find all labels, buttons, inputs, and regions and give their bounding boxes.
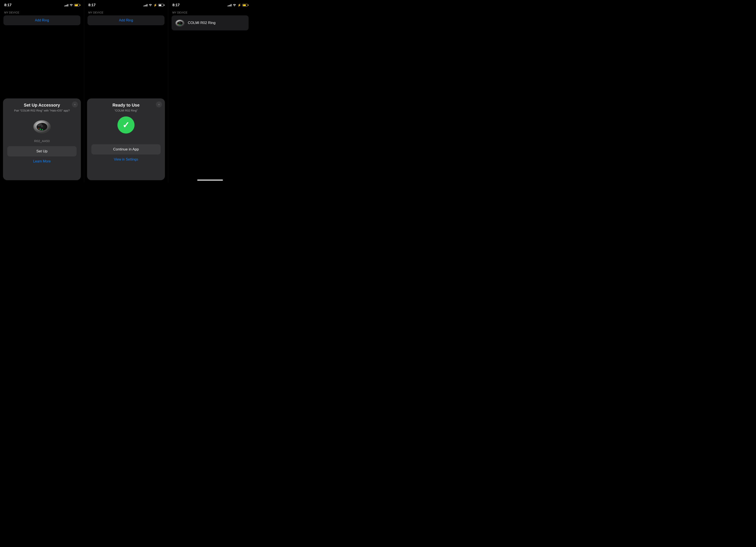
device-ring-icon	[175, 18, 185, 28]
svg-point-4	[38, 128, 39, 129]
ring-image-container	[7, 116, 77, 136]
modal-close-1[interactable]: ×	[72, 101, 78, 107]
svg-point-11	[178, 24, 179, 24]
signal-icon-3	[228, 4, 231, 6]
time-3: 8:17	[172, 3, 180, 7]
wifi-icon-2	[149, 3, 152, 7]
add-ring-button-1[interactable]: Add Ring	[3, 15, 80, 25]
home-indicator	[197, 179, 223, 181]
screen-2: 8:17 ⚡	[84, 0, 168, 182]
status-bar-3: 8:17 ⚡	[168, 0, 252, 9]
ready-modal-title: Ready to Use	[91, 103, 161, 108]
device-name: COLMI R02 Ring	[188, 21, 215, 25]
battery-icon-1: ⚡	[74, 4, 80, 6]
svg-point-12	[179, 22, 181, 23]
view-in-settings-link[interactable]: View in Settings	[91, 157, 161, 161]
screens-container: 8:17 ⚡	[0, 0, 252, 182]
modal-close-2[interactable]: ×	[156, 101, 162, 107]
ready-modal-subtitle: "COLMI R02 Ring"	[91, 109, 161, 112]
setup-modal-subtitle: Pair "COLMI R02 Ring" with "Halo-iOS" ap…	[7, 109, 77, 112]
signal-icon-2	[144, 4, 147, 6]
setup-modal: × Set Up Accessory Pair "COLMI R02 Ring"…	[3, 98, 81, 180]
bolt-icon-3: ⚡	[237, 3, 241, 7]
status-icons-3: ⚡	[228, 3, 248, 7]
screen-1: 8:17 ⚡	[0, 0, 84, 182]
wifi-icon-3	[233, 3, 236, 7]
my-device-section-2: MY DEVICE Add Ring	[84, 11, 168, 25]
svg-point-3	[42, 129, 43, 130]
screen-3: 8:17 ⚡	[168, 0, 252, 182]
wifi-icon-1	[70, 3, 73, 7]
device-id: R02_AA50	[7, 139, 77, 143]
svg-point-10	[180, 24, 181, 25]
ring-illustration	[31, 116, 53, 136]
device-item[interactable]: COLMI R02 Ring	[172, 15, 249, 30]
success-checkmark: ✓	[117, 116, 135, 133]
time-2: 8:17	[88, 3, 96, 7]
continue-in-app-button[interactable]: Continue in App	[91, 144, 161, 154]
svg-point-9	[179, 24, 179, 25]
svg-point-2	[40, 129, 41, 130]
my-device-label-1: MY DEVICE	[3, 11, 80, 14]
my-device-label-3: MY DEVICE	[172, 11, 249, 14]
my-device-section-3: MY DEVICE	[168, 11, 252, 30]
signal-icon-1	[64, 4, 68, 6]
my-device-section-1: MY DEVICE Add Ring	[0, 11, 84, 25]
checkmark-icon: ✓	[122, 120, 130, 130]
setup-button[interactable]: Set Up	[7, 146, 77, 156]
battery-icon-3	[242, 4, 248, 6]
battery-icon-2	[158, 4, 164, 6]
bolt-icon-2: ⚡	[153, 3, 157, 7]
setup-modal-title: Set Up Accessory	[7, 103, 77, 108]
status-icons-2: ⚡	[144, 3, 164, 7]
learn-more-link[interactable]: Learn More	[7, 159, 77, 163]
status-icons-1: ⚡	[64, 3, 80, 7]
status-bar-2: 8:17 ⚡	[84, 0, 168, 9]
svg-point-5	[41, 125, 43, 127]
add-ring-button-2[interactable]: Add Ring	[87, 15, 165, 25]
time-1: 8:17	[4, 3, 12, 7]
my-device-label-2: MY DEVICE	[87, 11, 165, 14]
ready-modal: × Ready to Use "COLMI R02 Ring" ✓ Contin…	[87, 98, 165, 180]
status-bar-1: 8:17 ⚡	[0, 0, 84, 9]
